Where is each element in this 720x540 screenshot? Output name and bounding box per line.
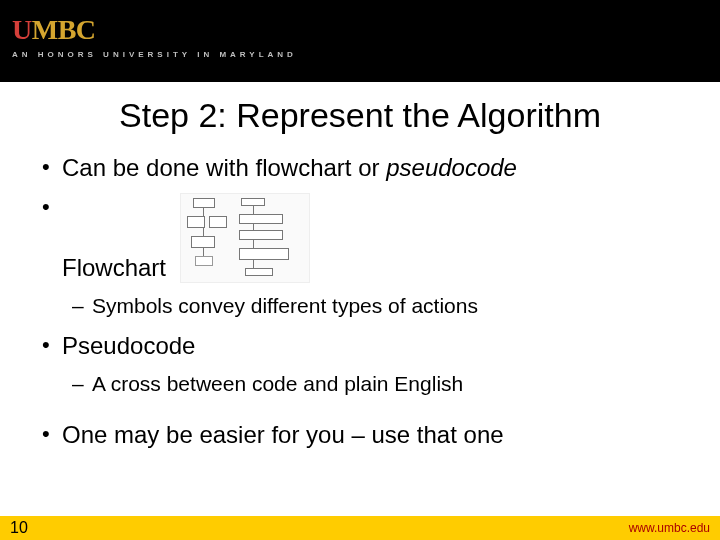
slide-title: Step 2: Represent the Algorithm <box>36 96 684 135</box>
footer-bar: 10 www.umbc.edu <box>0 516 720 540</box>
header-bar: UMBC AN HONORS UNIVERSITY IN MARYLAND <box>0 0 720 82</box>
bullet-advice: One may be easier for you – use that one <box>36 420 684 450</box>
tagline: AN HONORS UNIVERSITY IN MARYLAND <box>12 50 720 59</box>
bullet-flowchart-sub: Symbols convey different types of action… <box>36 293 684 319</box>
logo-u: U <box>12 14 32 45</box>
flowchart-thumbnail <box>180 193 310 283</box>
bullet-pseudocode-sub: A cross between code and plain English <box>36 371 684 397</box>
content-area: Step 2: Represent the Algorithm Can be d… <box>0 82 720 516</box>
bullet-list: Can be done with flowchart or pseudocode… <box>36 153 684 450</box>
page-number: 10 <box>10 519 28 537</box>
bullet-intro-text: Can be done with flowchart or <box>62 154 386 181</box>
bullet-intro-italic: pseudocode <box>386 154 517 181</box>
footer-site: www.umbc.edu <box>629 521 710 535</box>
bullet-intro: Can be done with flowchart or pseudocode <box>36 153 684 183</box>
logo: UMBC <box>12 16 720 44</box>
bullet-flowchart: Flowchart <box>36 193 684 283</box>
bullet-pseudocode: Pseudocode <box>36 331 684 361</box>
logo-mbc: MBC <box>32 14 96 45</box>
bullet-flowchart-label: Flowchart <box>62 253 166 283</box>
slide: UMBC AN HONORS UNIVERSITY IN MARYLAND St… <box>0 0 720 540</box>
